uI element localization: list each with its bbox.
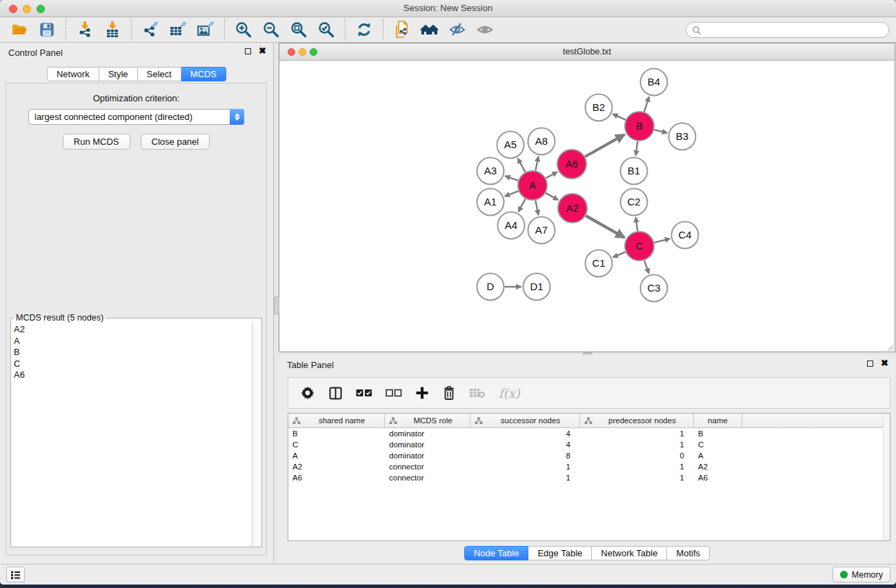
- zoom-fit-icon[interactable]: [288, 19, 309, 40]
- import-network-icon[interactable]: [74, 19, 95, 40]
- cell-name[interactable]: A: [694, 450, 742, 461]
- cell-shared-name[interactable]: A2: [288, 461, 385, 472]
- float-table-panel-icon[interactable]: [867, 361, 873, 367]
- table-row-a2[interactable]: A2connector11A2: [288, 461, 890, 472]
- edge-C-C2: [636, 217, 637, 231]
- select-all-columns-icon[interactable]: [356, 388, 372, 398]
- cell-mcds-role[interactable]: dominator: [385, 439, 470, 450]
- window-title: Session: New Session: [0, 3, 896, 13]
- cell-name[interactable]: A6: [694, 472, 742, 483]
- edge-A-A1: [505, 191, 519, 196]
- tab-select[interactable]: Select: [138, 67, 181, 81]
- table-row-c[interactable]: Cdominator41C: [288, 439, 890, 450]
- new-network-from-selection-icon[interactable]: [392, 19, 412, 40]
- show-column-panel-icon[interactable]: [328, 386, 343, 401]
- edge-C-C3: [644, 261, 649, 274]
- open-session-icon[interactable]: [9, 19, 30, 40]
- table-row-a6[interactable]: A6connector11A6: [288, 472, 890, 483]
- cell-successor-nodes[interactable]: 4: [470, 428, 580, 439]
- table-tab-network-table[interactable]: Network Table: [592, 546, 667, 560]
- criterion-dropdown[interactable]: largest connected component (directed): [28, 109, 244, 125]
- column-header-shared-name[interactable]: shared name: [288, 414, 385, 427]
- cell-name[interactable]: C: [694, 439, 742, 450]
- vertical-splitter-handle[interactable]: [274, 296, 279, 314]
- tab-network[interactable]: Network: [47, 67, 99, 81]
- deselect-all-columns-icon[interactable]: [386, 388, 402, 398]
- graph-node-label-B4: B4: [648, 76, 660, 88]
- table-settings-gear-icon[interactable]: [300, 385, 315, 401]
- refresh-icon[interactable]: [354, 19, 375, 40]
- cell-name[interactable]: B: [694, 428, 742, 439]
- criterion-value: largest connected component (directed): [34, 112, 192, 122]
- table-scrollbar[interactable]: [883, 414, 890, 540]
- network-view-window: testGlobe.txt AA1A3A5A8A4A7A6A2BB1B2B3B4…: [279, 43, 895, 352]
- zoom-in-icon[interactable]: [233, 19, 254, 40]
- column-header-mcds-role[interactable]: MCDS role: [385, 414, 470, 427]
- close-panel-icon[interactable]: ✖: [259, 48, 266, 54]
- cell-mcds-role[interactable]: dominator: [385, 450, 470, 461]
- cell-predecessor-nodes[interactable]: 1: [580, 428, 694, 439]
- tab-mcds[interactable]: MCDS: [181, 67, 226, 81]
- hide-panel-eye-icon[interactable]: [447, 19, 468, 40]
- column-header-predecessor-nodes[interactable]: predecessor nodes: [580, 414, 694, 427]
- create-column-plus-icon[interactable]: [415, 386, 429, 400]
- cell-predecessor-nodes[interactable]: 1: [580, 439, 694, 450]
- cell-successor-nodes[interactable]: 1: [470, 461, 580, 472]
- column-header-name[interactable]: name: [694, 414, 742, 427]
- save-session-icon[interactable]: [37, 19, 57, 40]
- cell-shared-name[interactable]: C: [288, 439, 385, 450]
- cell-successor-nodes[interactable]: 1: [470, 472, 580, 483]
- memory-button[interactable]: Memory: [833, 567, 890, 582]
- cell-predecessor-nodes[interactable]: 0: [580, 450, 694, 461]
- control-panel: Control Panel ✖ NetworkStyleSelectMCDS O…: [0, 43, 274, 564]
- edge-A-A3: [505, 176, 518, 181]
- cell-shared-name[interactable]: B: [288, 428, 385, 439]
- cell-successor-nodes[interactable]: 8: [470, 450, 580, 461]
- network-canvas[interactable]: AA1A3A5A8A4A7A6A2BB1B2B3B4CC1C2C3C4DD1: [279, 61, 895, 352]
- table-row-b[interactable]: Bdominator41B: [288, 428, 890, 439]
- close-panel-button[interactable]: Close panel: [141, 134, 210, 150]
- cell-mcds-role[interactable]: dominator: [385, 428, 470, 439]
- graph-node-label-B1: B1: [628, 165, 640, 176]
- export-image-icon[interactable]: [195, 19, 216, 40]
- memory-label: Memory: [852, 570, 883, 580]
- close-table-panel-icon[interactable]: ✖: [881, 360, 888, 367]
- cell-predecessor-nodes[interactable]: 1: [580, 461, 694, 472]
- export-table-icon[interactable]: [168, 19, 188, 40]
- table-header-row: shared nameMCDS rolesuccessor nodesprede…: [288, 414, 890, 428]
- zoom-selected-icon[interactable]: [316, 19, 337, 40]
- table-row-a[interactable]: Adominator80A: [288, 450, 890, 461]
- cell-predecessor-nodes[interactable]: 1: [580, 472, 694, 483]
- table-tab-motifs[interactable]: Motifs: [667, 546, 710, 560]
- result-item-c[interactable]: C: [14, 358, 251, 370]
- cell-successor-nodes[interactable]: 4: [470, 439, 580, 450]
- table-tab-edge-table[interactable]: Edge Table: [528, 546, 592, 560]
- delete-column-trash-icon[interactable]: [442, 385, 456, 401]
- cell-name[interactable]: A2: [694, 461, 742, 472]
- resize-grip-icon[interactable]: [885, 342, 894, 351]
- table-tab-node-table[interactable]: Node Table: [464, 546, 529, 560]
- import-table-icon[interactable]: [102, 19, 123, 40]
- run-mcds-button[interactable]: Run MCDS: [63, 134, 130, 150]
- table-body: Bdominator41BCdominator41CAdominator80AA…: [288, 428, 890, 483]
- cell-mcds-role[interactable]: connector: [385, 461, 470, 472]
- float-panel-icon[interactable]: [245, 48, 251, 54]
- tab-style[interactable]: Style: [99, 67, 138, 81]
- home-networks-icon[interactable]: [419, 19, 440, 40]
- search-input[interactable]: [705, 25, 888, 36]
- edge-A-A6: [546, 172, 557, 178]
- result-item-b[interactable]: B: [14, 347, 251, 358]
- result-item-a2[interactable]: A2: [14, 324, 251, 336]
- cell-shared-name[interactable]: A: [288, 450, 385, 461]
- export-network-icon[interactable]: [140, 19, 161, 40]
- search-field[interactable]: [686, 22, 889, 38]
- show-panels-list-button[interactable]: [6, 567, 25, 582]
- result-item-a6[interactable]: A6: [14, 369, 251, 381]
- edge-A-A8: [535, 156, 538, 170]
- cell-shared-name[interactable]: A6: [288, 472, 385, 483]
- cell-mcds-role[interactable]: connector: [385, 472, 470, 483]
- result-item-a[interactable]: A: [14, 336, 251, 347]
- result-scrollbar[interactable]: [252, 323, 261, 547]
- column-header-successor-nodes[interactable]: successor nodes: [470, 414, 580, 427]
- zoom-out-icon[interactable]: [261, 19, 281, 40]
